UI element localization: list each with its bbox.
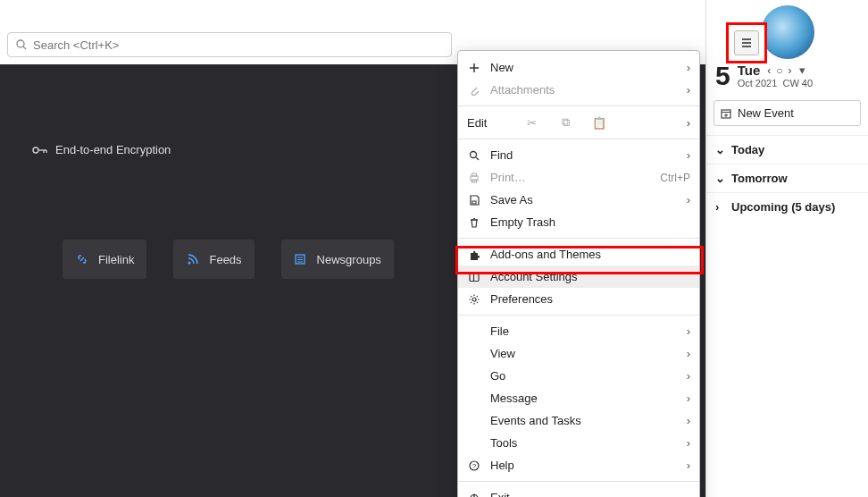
gear-icon (467, 292, 481, 307)
new-event-button[interactable]: New Event (714, 100, 861, 126)
link-icon (75, 252, 89, 266)
svg-point-14 (33, 147, 38, 153)
new-event-label: New Event (738, 106, 794, 120)
search-icon (467, 148, 481, 163)
attachment-icon (467, 83, 481, 97)
section-today[interactable]: ⌄Today (706, 135, 868, 164)
menu-find[interactable]: Find› (458, 144, 699, 166)
svg-line-44 (471, 296, 472, 297)
svg-line-47 (471, 301, 472, 302)
menu-edit-row: Edit ✂ ⧉ 📋 › (458, 111, 699, 134)
toolbar: Search <Ctrl+K> Events ‹ › ✕ (0, 27, 868, 63)
menu-empty-trash[interactable]: Empty Trash (458, 211, 699, 233)
trash-icon (467, 215, 481, 230)
account-settings-icon (467, 270, 481, 284)
svg-point-9 (17, 40, 24, 47)
svg-line-10 (23, 46, 26, 49)
copy-icon: ⧉ (553, 115, 578, 130)
search-icon (15, 38, 28, 51)
menu-attachments: Attachments› (458, 79, 699, 101)
feeds-label: Feeds (209, 253, 241, 266)
menu-tools[interactable]: Tools› (458, 432, 699, 454)
chevron-right-icon: › (687, 83, 690, 97)
date-today[interactable]: ○ (776, 64, 782, 77)
action-newsgroups[interactable]: Newsgroups (281, 240, 394, 279)
paste-icon: 📋 (587, 116, 612, 130)
sidebar-item-encryption[interactable]: End-to-end Encryption (32, 143, 171, 156)
help-icon: ? (467, 459, 481, 473)
new-event-icon (720, 107, 732, 120)
encryption-label: End-to-end Encryption (55, 143, 171, 156)
menu-exit[interactable]: Exit (458, 486, 699, 497)
date-number: 5 (715, 63, 730, 89)
date-next[interactable]: › (789, 64, 792, 77)
filelink-label: Filelink (98, 253, 134, 266)
app-menu-button[interactable] (734, 30, 759, 55)
menu-save-as[interactable]: Save As› (458, 189, 699, 211)
svg-rect-32 (472, 173, 477, 176)
menu-message[interactable]: Message› (458, 387, 699, 409)
thunderbird-logo (761, 5, 814, 59)
hamburger-highlight (726, 22, 767, 63)
printer-icon (467, 171, 481, 185)
section-upcoming[interactable]: ›Upcoming (5 days) (706, 192, 868, 221)
search-placeholder: Search <Ctrl+K> (33, 38, 119, 52)
date-prev[interactable]: ‹ (767, 64, 771, 77)
svg-line-46 (477, 296, 478, 297)
svg-point-29 (471, 151, 477, 157)
chevron-right-icon: › (687, 61, 690, 74)
hamburger-icon (739, 36, 754, 50)
save-icon (467, 193, 481, 207)
key-icon (32, 144, 48, 156)
menu-preferences[interactable]: Preferences (458, 288, 699, 310)
menu-new[interactable]: New› (458, 56, 699, 79)
menu-events-tasks[interactable]: Events and Tasks› (458, 409, 699, 432)
calendar-sidebar: 5 Tue ‹ ○ › ▾ Oct 2021 CW 40 New Event ⌄… (705, 0, 868, 497)
svg-text:?: ? (472, 462, 477, 470)
menu-print: Print…Ctrl+P (458, 166, 699, 189)
puzzle-icon (467, 248, 481, 262)
svg-point-39 (472, 298, 476, 301)
action-feeds[interactable]: Feeds (173, 240, 254, 279)
rss-icon (186, 252, 200, 266)
menu-account-settings[interactable]: Account Settings (458, 265, 699, 288)
newspaper-icon (294, 252, 308, 266)
search-input[interactable]: Search <Ctrl+K> (7, 32, 452, 57)
plus-icon (467, 61, 481, 75)
chevron-right-icon[interactable]: › (687, 116, 690, 130)
date-dropdown[interactable]: ▾ (799, 63, 805, 77)
menu-edit: Edit (467, 116, 510, 130)
menu-go[interactable]: Go› (458, 365, 699, 387)
menu-help[interactable]: ?Help› (458, 454, 699, 476)
menu-view[interactable]: View› (458, 342, 699, 365)
app-menu: New› Attachments› Edit ✂ ⧉ 📋 › Find› Pri… (457, 50, 700, 497)
section-tomorrow[interactable]: ⌄Tomorrow (706, 164, 868, 192)
menu-file[interactable]: File› (458, 320, 699, 342)
newsgroups-label: Newsgroups (317, 253, 381, 266)
cut-icon: ✂ (519, 116, 544, 130)
svg-line-45 (477, 301, 478, 302)
day-of-week: Tue (738, 63, 761, 78)
menu-addons[interactable]: Add-ons and Themes (458, 243, 699, 265)
svg-line-30 (476, 157, 479, 160)
svg-rect-34 (472, 201, 476, 204)
power-icon (467, 491, 481, 498)
svg-point-18 (188, 262, 191, 265)
action-filelink[interactable]: Filelink (63, 240, 146, 279)
